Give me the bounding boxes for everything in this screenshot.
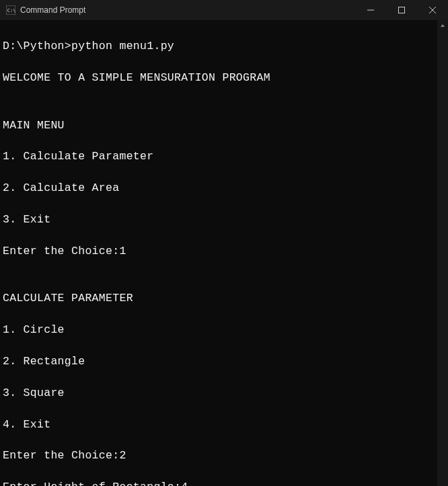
vertical-scrollbar[interactable] <box>437 20 448 486</box>
close-button[interactable] <box>417 0 448 20</box>
scroll-up-arrow[interactable] <box>437 20 448 31</box>
terminal-output: D:\Python>python menu1.py WELCOME TO A S… <box>0 20 437 486</box>
terminal-line: 1. Calculate Parameter <box>3 149 437 164</box>
minimize-button[interactable] <box>355 0 386 20</box>
svg-marker-6 <box>441 24 445 27</box>
terminal-line: Enter the Choice:1 <box>3 243 437 259</box>
window-controls <box>355 0 448 20</box>
cmd-icon: C:\ <box>5 5 16 15</box>
window-titlebar: C:\ Command Prompt <box>0 0 448 20</box>
terminal-area[interactable]: D:\Python>python menu1.py WELCOME TO A S… <box>0 20 448 486</box>
svg-text:C:\: C:\ <box>7 8 15 13</box>
terminal-line: 2. Rectangle <box>3 354 437 369</box>
svg-rect-3 <box>399 7 405 13</box>
terminal-line: Enter Height of Rectangle:4 <box>3 479 437 486</box>
terminal-line: 2. Calculate Area <box>3 180 437 196</box>
terminal-line: 1. Circle <box>3 322 437 337</box>
window-title: Command Prompt <box>20 5 355 15</box>
terminal-line: 4. Exit <box>3 417 437 432</box>
terminal-line: CALCULATE PARAMETER <box>3 290 437 306</box>
terminal-line: WELCOME TO A SIMPLE MENSURATION PROGRAM <box>3 70 437 85</box>
terminal-line: 3. Square <box>3 385 437 401</box>
maximize-button[interactable] <box>386 0 417 20</box>
terminal-line: Enter the Choice:2 <box>3 448 437 463</box>
terminal-line: D:\Python>python menu1.py <box>3 38 437 54</box>
terminal-line: MAIN MENU <box>3 118 437 133</box>
terminal-line: 3. Exit <box>3 212 437 227</box>
